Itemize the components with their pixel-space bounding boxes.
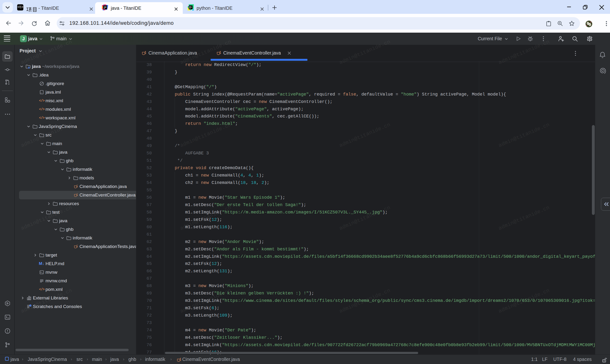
svg-text:PC: PC	[189, 6, 192, 9]
